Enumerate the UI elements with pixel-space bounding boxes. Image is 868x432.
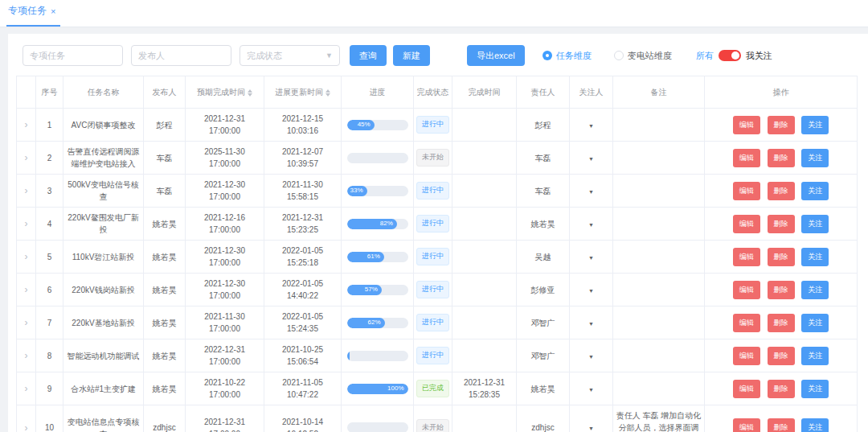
edit-button[interactable]: 编辑 bbox=[733, 380, 760, 398]
expand-row-icon[interactable]: › bbox=[25, 422, 28, 432]
expand-row-icon[interactable]: › bbox=[25, 152, 28, 163]
actions-cell: 编辑 删除 关注 bbox=[705, 339, 858, 372]
progress-bar bbox=[347, 153, 408, 163]
publisher-input[interactable] bbox=[131, 45, 231, 66]
publisher-cell: 姚若昊 bbox=[144, 339, 186, 372]
expand-cell: › bbox=[17, 274, 36, 307]
create-button[interactable]: 新建 bbox=[393, 45, 430, 66]
switch-left-label: 所有 bbox=[696, 50, 714, 62]
expand-row-icon[interactable]: › bbox=[25, 383, 28, 394]
col-header-remark: 备注 bbox=[613, 76, 705, 109]
owner-cell: 彭修亚 bbox=[517, 274, 570, 307]
follower-dropdown-icon[interactable]: ▼ bbox=[588, 354, 594, 360]
follower-dropdown-icon[interactable]: ▼ bbox=[588, 156, 594, 162]
col-header-publisher: 发布人 bbox=[144, 76, 186, 109]
remark-cell bbox=[613, 175, 705, 208]
expected-time-cell: 2021-11-30 17:00:00 bbox=[186, 307, 264, 339]
expected-time-cell: 2021-10-22 17:00:00 bbox=[186, 372, 264, 405]
progress-cell: 82% bbox=[342, 208, 414, 241]
owner-cell: 彭程 bbox=[517, 109, 570, 142]
edit-button[interactable]: 编辑 bbox=[733, 248, 760, 266]
follower-cell: ▼ bbox=[570, 208, 613, 241]
progress-cell: 62% bbox=[342, 307, 414, 339]
edit-button[interactable]: 编辑 bbox=[733, 347, 760, 365]
expected-time-cell: 2021-12-16 17:00:00 bbox=[186, 208, 264, 241]
follow-toggle[interactable] bbox=[719, 50, 741, 61]
sort-icon[interactable] bbox=[326, 89, 330, 97]
table-row: › 3 500kV变电站信号核查 车磊 2021-12-30 17:00:00 … bbox=[17, 175, 858, 208]
delete-button[interactable]: 删除 bbox=[768, 347, 795, 365]
follower-dropdown-icon[interactable]: ▼ bbox=[588, 255, 594, 261]
progress-bar: 100% bbox=[347, 384, 408, 394]
edit-button[interactable]: 编辑 bbox=[733, 314, 760, 332]
status-cell: 进行中 bbox=[414, 109, 452, 142]
follower-dropdown-icon[interactable]: ▼ bbox=[588, 387, 594, 393]
col-header-update-time[interactable]: 进展更新时间 bbox=[264, 76, 342, 109]
follower-dropdown-icon[interactable]: ▼ bbox=[588, 189, 594, 195]
follow-button[interactable]: 关注 bbox=[801, 347, 829, 365]
follower-dropdown-icon[interactable]: ▼ bbox=[588, 123, 594, 129]
expand-row-icon[interactable]: › bbox=[25, 185, 28, 196]
expand-row-icon[interactable]: › bbox=[25, 317, 28, 328]
finish-time-cell: 2021-12-31 15:28:35 bbox=[452, 372, 517, 405]
follower-dropdown-icon[interactable]: ▼ bbox=[588, 426, 594, 431]
edit-button[interactable]: 编辑 bbox=[733, 116, 760, 134]
remark-cell bbox=[613, 307, 705, 339]
export-excel-button[interactable]: 导出excel bbox=[467, 45, 525, 66]
expand-row-icon[interactable]: › bbox=[25, 119, 28, 130]
delete-button[interactable]: 删除 bbox=[768, 149, 795, 167]
radio-selected-icon bbox=[542, 51, 552, 60]
follower-dropdown-icon[interactable]: ▼ bbox=[588, 222, 594, 228]
follower-cell: ▼ bbox=[570, 372, 613, 405]
publisher-cell: zdhjsc bbox=[144, 405, 186, 432]
follow-button[interactable]: 关注 bbox=[801, 116, 829, 134]
edit-button[interactable]: 编辑 bbox=[733, 281, 760, 299]
tab-close-icon[interactable]: × bbox=[51, 6, 55, 16]
follow-button[interactable]: 关注 bbox=[801, 314, 829, 332]
remark-cell bbox=[613, 241, 705, 274]
delete-button[interactable]: 删除 bbox=[768, 182, 795, 200]
status-cell: 进行中 bbox=[414, 241, 452, 274]
follow-button[interactable]: 关注 bbox=[801, 149, 829, 167]
follow-button[interactable]: 关注 bbox=[801, 380, 829, 398]
delete-button[interactable]: 删除 bbox=[768, 418, 795, 432]
sort-icon[interactable] bbox=[248, 89, 252, 97]
progress-bar: 57% bbox=[347, 285, 408, 295]
update-time-cell: 2022-01-05 14:40:22 bbox=[264, 274, 342, 307]
status-select[interactable]: 完成状态 ▼ bbox=[240, 45, 340, 66]
follower-dropdown-icon[interactable]: ▼ bbox=[588, 321, 594, 327]
radio-task-dimension[interactable]: 任务维度 bbox=[542, 50, 592, 62]
delete-button[interactable]: 删除 bbox=[768, 281, 795, 299]
edit-button[interactable]: 编辑 bbox=[733, 215, 760, 233]
follow-button[interactable]: 关注 bbox=[801, 418, 829, 432]
edit-button[interactable]: 编辑 bbox=[733, 182, 760, 200]
delete-button[interactable]: 删除 bbox=[768, 215, 795, 233]
follow-button[interactable]: 关注 bbox=[801, 182, 829, 200]
radio-substation-dimension[interactable]: 变电站维度 bbox=[614, 50, 672, 62]
status-badge: 进行中 bbox=[416, 116, 449, 134]
edit-button[interactable]: 编辑 bbox=[733, 418, 760, 432]
expand-row-icon[interactable]: › bbox=[25, 350, 28, 361]
tab-special-tasks[interactable]: 专项任务 × bbox=[6, 0, 60, 27]
row-index: 7 bbox=[36, 307, 63, 339]
delete-button[interactable]: 删除 bbox=[768, 116, 795, 134]
col-header-expected-time[interactable]: 预期完成时间 bbox=[186, 76, 264, 109]
follow-button[interactable]: 关注 bbox=[801, 248, 829, 266]
delete-button[interactable]: 删除 bbox=[768, 380, 795, 398]
delete-button[interactable]: 删除 bbox=[768, 314, 795, 332]
follower-dropdown-icon[interactable]: ▼ bbox=[588, 288, 594, 294]
status-badge: 进行中 bbox=[416, 281, 449, 298]
expand-row-icon[interactable]: › bbox=[25, 284, 28, 295]
actions-cell: 编辑 删除 关注 bbox=[705, 307, 858, 339]
owner-cell: 车磊 bbox=[517, 142, 570, 175]
edit-button[interactable]: 编辑 bbox=[733, 149, 760, 167]
remark-cell: 责任人 车磊 增加自动化分部人员，选择界面调大 bbox=[613, 405, 705, 432]
delete-button[interactable]: 删除 bbox=[768, 248, 795, 266]
search-button[interactable]: 查询 bbox=[350, 45, 387, 66]
follow-button[interactable]: 关注 bbox=[801, 281, 829, 299]
task-name-input[interactable] bbox=[23, 45, 123, 66]
expand-row-icon[interactable]: › bbox=[25, 251, 28, 262]
expand-row-icon[interactable]: › bbox=[25, 218, 28, 229]
table-row: › 5 110kV碧江站新投 姚若昊 2021-12-30 17:00:00 2… bbox=[17, 241, 858, 274]
follow-button[interactable]: 关注 bbox=[801, 215, 829, 233]
